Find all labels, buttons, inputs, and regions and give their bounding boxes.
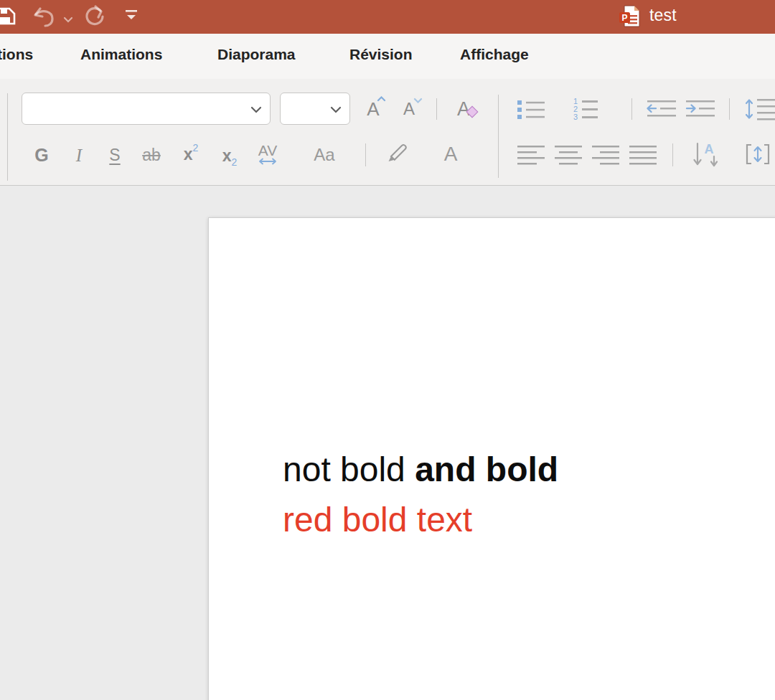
ribbon-tabs: tions Animations Diaporama Révision Affi… bbox=[0, 34, 775, 79]
numbered-list-button[interactable]: 1 2 3 bbox=[573, 98, 598, 121]
font-size-combobox[interactable] bbox=[280, 93, 350, 125]
divider bbox=[729, 98, 730, 120]
highlighter-button[interactable] bbox=[382, 142, 413, 165]
divider bbox=[631, 98, 632, 120]
slide-canvas-area: not bold and bold red bold text bbox=[0, 186, 775, 700]
vertical-align-text-icon bbox=[743, 142, 772, 166]
divider bbox=[672, 143, 673, 166]
grow-font-button[interactable]: A bbox=[359, 96, 388, 122]
underline-icon: S bbox=[109, 147, 120, 164]
align-center-button[interactable] bbox=[554, 145, 583, 165]
increase-indent-button[interactable] bbox=[683, 99, 716, 119]
numbered-list-icon: 1 bbox=[573, 98, 598, 105]
tab-diaporama[interactable]: Diaporama bbox=[217, 46, 296, 63]
change-case-button[interactable]: Aa bbox=[307, 142, 342, 168]
app-window: P test tions Animations Diaporama Révisi… bbox=[0, 0, 775, 700]
chevron-down-icon bbox=[250, 106, 262, 113]
superscript-icon: x bbox=[184, 146, 193, 163]
align-right-icon bbox=[591, 145, 620, 165]
tab-animations[interactable]: Animations bbox=[80, 46, 162, 63]
highlighter-icon bbox=[382, 142, 413, 165]
ribbon-toolbar: A A A bbox=[0, 79, 775, 186]
horizontal-arrows-icon bbox=[257, 158, 278, 165]
bullet-list-icon bbox=[517, 99, 545, 120]
powerpoint-doc-icon: P bbox=[618, 4, 642, 32]
tab-affichage[interactable]: Affichage bbox=[460, 46, 529, 63]
align-left-icon bbox=[517, 145, 545, 165]
save-icon[interactable] bbox=[0, 5, 17, 29]
quick-access-menu-icon[interactable] bbox=[124, 9, 138, 25]
chevron-down-icon bbox=[330, 106, 342, 113]
undo-dropdown-chevron[interactable] bbox=[63, 13, 73, 26]
character-spacing-icon: AV bbox=[258, 143, 277, 158]
group-divider bbox=[498, 95, 499, 178]
subscript-button[interactable]: x 2 bbox=[215, 142, 244, 169]
line-spacing-icon bbox=[745, 98, 775, 120]
svg-text:A: A bbox=[705, 142, 714, 156]
slide-text-line1: not bold and bold bbox=[283, 445, 558, 495]
text-direction-icon: A bbox=[692, 141, 723, 169]
change-case-icon: Aa bbox=[314, 146, 334, 164]
text-direction-button[interactable]: A bbox=[692, 141, 723, 169]
increase-indent-icon bbox=[683, 99, 716, 119]
bold-icon: G bbox=[34, 146, 48, 164]
divider bbox=[365, 143, 366, 166]
strikethrough-button[interactable]: ab bbox=[135, 142, 168, 168]
clear-formatting-button[interactable]: A bbox=[452, 95, 482, 123]
slide-text-box[interactable]: not bold and bold red bold text bbox=[283, 445, 558, 545]
titlebar: P test bbox=[0, 0, 775, 34]
vertical-align-text-button[interactable] bbox=[743, 142, 772, 166]
redo-icon[interactable] bbox=[83, 4, 107, 32]
font-color-button[interactable]: A bbox=[436, 141, 465, 168]
align-center-icon bbox=[554, 145, 583, 165]
group-divider bbox=[7, 93, 8, 181]
shrink-font-button[interactable]: A bbox=[395, 96, 423, 122]
align-left-button[interactable] bbox=[517, 145, 545, 165]
italic-button[interactable]: I bbox=[66, 142, 92, 168]
tab-revision[interactable]: Révision bbox=[349, 46, 413, 63]
svg-text:P: P bbox=[621, 13, 627, 23]
character-spacing-button[interactable]: AV bbox=[251, 138, 284, 169]
grow-font-icon: A bbox=[367, 100, 379, 118]
justify-icon bbox=[629, 145, 657, 165]
align-right-button[interactable] bbox=[591, 145, 620, 165]
decrease-indent-button[interactable] bbox=[644, 99, 677, 119]
line-spacing-button[interactable] bbox=[745, 98, 775, 120]
decrease-indent-icon bbox=[644, 99, 677, 119]
document-title: test bbox=[649, 6, 677, 25]
line1-regular-text: not bold bbox=[283, 450, 415, 488]
bullet-list-button[interactable] bbox=[517, 99, 545, 120]
bold-button[interactable]: G bbox=[29, 142, 55, 168]
divider bbox=[436, 98, 437, 120]
slide[interactable]: not bold and bold red bold text bbox=[208, 217, 775, 700]
chevron-up-icon bbox=[377, 96, 386, 102]
italic-icon: I bbox=[76, 146, 82, 164]
font-color-icon: A bbox=[444, 144, 458, 164]
justify-button[interactable] bbox=[629, 145, 657, 165]
underline-button[interactable]: S bbox=[102, 142, 128, 168]
line1-bold-text: and bold bbox=[415, 450, 558, 488]
undo-icon[interactable] bbox=[30, 6, 56, 30]
chevron-down-icon bbox=[413, 98, 423, 103]
slide-text-line2: red bold text bbox=[283, 495, 558, 545]
strikethrough-icon: ab bbox=[142, 147, 161, 164]
tab-transitions[interactable]: tions bbox=[0, 46, 33, 63]
superscript-button[interactable]: x 2 bbox=[177, 141, 205, 168]
subscript-icon: x bbox=[222, 148, 232, 164]
font-name-combobox[interactable] bbox=[22, 93, 271, 125]
